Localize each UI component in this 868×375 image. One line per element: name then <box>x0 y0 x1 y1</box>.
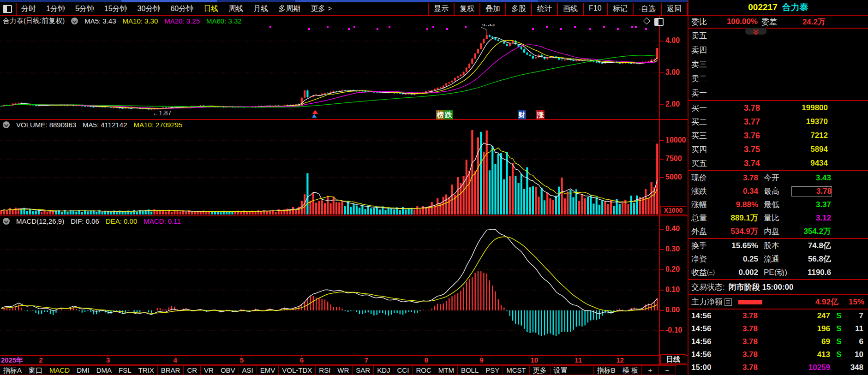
indicator-button[interactable]: PSY <box>482 365 503 375</box>
tool-button[interactable]: -自选 <box>633 3 661 15</box>
month-label: 7 <box>365 356 368 364</box>
indicator-button[interactable]: ASI <box>239 365 257 375</box>
window-split-icon[interactable] <box>3 5 12 13</box>
timeframe-item[interactable]: 1分钟 <box>46 4 65 14</box>
tool-button[interactable]: 复权 <box>454 3 479 15</box>
buy-volume: 7212 <box>760 131 828 140</box>
marker-up-arrows-icon <box>312 110 318 119</box>
svg-text:4.33: 4.33 <box>482 24 495 28</box>
indicator-button[interactable]: TRIX <box>135 365 158 375</box>
tick-price: 3.78 <box>721 363 758 372</box>
indicator-button[interactable]: OBV <box>217 365 239 375</box>
indicator-button[interactable]: CCI <box>394 365 413 375</box>
buy-level-label: 买三 <box>688 131 721 141</box>
label-badge[interactable]: 财 <box>518 110 526 119</box>
timeframe-item[interactable]: 分时 <box>21 4 36 14</box>
indicator-button[interactable]: MTM <box>435 365 458 375</box>
buy-level-label: 买一 <box>688 103 721 113</box>
timeframe-item[interactable]: 60分钟 <box>170 4 193 14</box>
tool-button[interactable]: 画线 <box>557 3 583 15</box>
diamond-icon[interactable] <box>643 18 651 25</box>
axis-tick-label: 0.20 <box>665 265 680 274</box>
volume-value: VOLUME: 8890963 <box>16 121 76 129</box>
indicator-button[interactable]: CR <box>183 365 201 375</box>
indicator-button[interactable]: EMV <box>257 365 279 375</box>
collapse-icon[interactable] <box>71 18 78 24</box>
buy-volume: 19370 <box>760 117 828 126</box>
indicator-button[interactable] <box>571 365 594 375</box>
indicator-button[interactable]: DMA <box>93 365 115 375</box>
expand-orderbook-button[interactable] <box>745 28 766 35</box>
period-label[interactable]: 日线 <box>660 354 686 364</box>
axis-tick-label: -0.10 <box>665 326 682 334</box>
indicator-button[interactable]: − <box>658 365 676 375</box>
label-badge[interactable]: 跌 <box>444 110 453 119</box>
indicator-button[interactable]: + <box>641 365 659 375</box>
indicator-button[interactable]: 指标B <box>593 365 619 375</box>
tool-button[interactable]: 统计 <box>531 3 557 15</box>
stat-row: 涨跌 0.34 最高 3.78 <box>688 185 868 198</box>
stat-label: PE(动) <box>761 267 791 278</box>
collapse-icon[interactable] <box>3 218 10 225</box>
label-badge[interactable]: 榜 <box>436 110 444 119</box>
indicator-button[interactable]: MACD <box>46 365 73 375</box>
tool-button[interactable]: 标记 <box>607 3 633 15</box>
indicator-button[interactable]: BOLL <box>457 365 482 375</box>
indicator-button[interactable]: 模 板 <box>619 365 642 375</box>
indicator-button[interactable]: ROC <box>412 365 435 375</box>
indicator-button[interactable]: FSL <box>115 365 135 375</box>
indicator-button[interactable]: BRAR <box>157 365 184 375</box>
volume-axis: 1000075005000 <box>660 130 688 215</box>
timeframe-item[interactable]: 日线 <box>204 4 218 14</box>
tool-button[interactable]: 多股 <box>505 3 531 15</box>
indicator-button[interactable]: WR <box>334 365 353 375</box>
stat-value: 3.78 <box>791 186 832 196</box>
stat-label: 净资 <box>688 254 724 264</box>
label-badge[interactable]: 涨 <box>536 110 545 119</box>
stat-label: 换手 <box>688 240 724 251</box>
tool-button[interactable]: 显示 <box>428 3 454 15</box>
tick-price: 3.78 <box>721 337 758 346</box>
macd-chart[interactable] <box>0 227 659 355</box>
timeframe-item[interactable]: 周线 <box>228 4 243 14</box>
buy-volume: 199800 <box>760 103 828 113</box>
stat-label: 收益㈢ <box>688 267 724 278</box>
tick-volume: 247 <box>758 311 830 321</box>
volume-chart[interactable] <box>0 130 659 215</box>
indicator-button[interactable]: RSI <box>315 365 334 375</box>
indicator-button[interactable]: 设置 <box>550 365 571 375</box>
list-icon[interactable] <box>724 298 732 306</box>
timeframe-item[interactable]: 30分钟 <box>138 4 161 14</box>
timeframe-item[interactable]: 5分钟 <box>75 4 94 14</box>
quote-stats-main: 现价 3.78 今开 3.43 涨跌 0.34 最高 3.78 涨幅 9.88%… <box>688 171 868 239</box>
timeframe-item[interactable]: 月线 <box>253 4 268 14</box>
indicator-button[interactable]: DMI <box>73 365 93 375</box>
axis-tick-label: 4.00 <box>665 36 680 45</box>
indicator-button[interactable]: 窗口 <box>25 365 46 375</box>
timeframe-item[interactable]: 15分钟 <box>104 4 127 14</box>
axis-tick <box>660 72 664 73</box>
macd-value: MACD: 0.11 <box>144 217 181 225</box>
stat-value: 9.88% <box>724 200 758 209</box>
tick-direction: S <box>830 324 848 333</box>
indicator-button[interactable]: KDJ <box>373 365 394 375</box>
tick-volume: 196 <box>758 324 830 333</box>
indicator-button[interactable]: 更多 <box>529 365 551 375</box>
tick-time: 14:56 <box>688 350 721 359</box>
tool-button[interactable]: 叠加 <box>479 3 505 15</box>
indicator-button[interactable]: SAR <box>352 365 374 375</box>
stat-value: 3.12 <box>791 214 831 223</box>
indicator-button[interactable]: MCST <box>503 365 530 375</box>
indicator-button[interactable]: VOL-TDX <box>278 365 316 375</box>
sell-row: 卖四 <box>688 43 868 57</box>
tool-button[interactable]: 返回 <box>661 3 688 15</box>
stat-label: 现价 <box>688 173 724 183</box>
timeframe-item[interactable]: 更多 > <box>311 4 332 14</box>
collapse-icon[interactable] <box>3 121 10 128</box>
candlestick-chart[interactable]: 4.33←1.87 <box>0 24 659 119</box>
tool-button[interactable]: F10 <box>583 3 607 15</box>
indicator-button[interactable]: VR <box>200 365 217 375</box>
stat-value: 3.78 <box>724 173 758 183</box>
timeframe-item[interactable]: 多周期 <box>278 4 300 14</box>
indicator-button[interactable]: 指标A <box>0 365 25 375</box>
